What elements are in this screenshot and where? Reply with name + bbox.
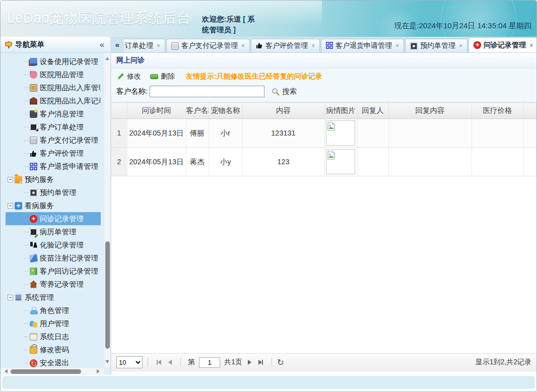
tab-close-icon[interactable]: × [157, 43, 160, 49]
scroll-right-arrow-icon[interactable] [97, 369, 100, 373]
col-replier[interactable]: 回复人 [357, 103, 388, 119]
record-summary: 显示1到2,共2记录 [476, 358, 531, 367]
page-size-select[interactable]: 10 [116, 356, 143, 368]
people-icon [30, 320, 37, 328]
green-book-icon [30, 268, 37, 275]
prev-page-button[interactable] [164, 357, 175, 368]
customer-name-input[interactable] [150, 86, 264, 97]
person-icon [30, 307, 37, 314]
sidebar-item-role-management[interactable]: 角色管理 [6, 304, 101, 317]
sidebar-horizontal-scrollbar[interactable] [1, 367, 104, 375]
sidebar-group-system-management[interactable]: 系统管理 [6, 291, 101, 304]
sidebar-item-supplies-inout[interactable]: 医院用品出入库管理 [6, 81, 101, 94]
tab-close-icon[interactable]: × [241, 43, 245, 49]
sidebar-item-safe-exit[interactable]: 安全退出 [6, 356, 101, 367]
signpost-icon [5, 41, 13, 49]
sidebar-item-hospital-supplies[interactable]: 医院用品管理 [6, 68, 101, 81]
sidebar-item-vaccine-records[interactable]: 疫苗注射记录管理 [6, 251, 101, 265]
magnifier-icon [272, 88, 280, 96]
search-button[interactable]: 搜索 [272, 87, 297, 96]
delete-button[interactable]: 删除 [150, 72, 175, 81]
tab-consultation-records[interactable]: 问诊记录管理× [468, 37, 536, 52]
col-price[interactable]: 医疗价格 [472, 103, 523, 119]
tab-payment-records[interactable]: 客户支付记录管理× [166, 39, 250, 52]
collapse-toggle-icon[interactable] [8, 295, 13, 300]
toolbar: 修改 删除 友情提示:只能修改医生已经答复的问诊记录 [111, 69, 536, 84]
main-area: « 订单处理× 客户支付记录管理× 客户评价管理× 客户退货申请管理× 预约单管… [111, 37, 536, 375]
sidebar-item-user-management[interactable]: 用户管理 [6, 317, 101, 330]
pencil-icon [116, 73, 124, 81]
sidebar-item-customer-reviews[interactable]: 客户评价管理 [6, 147, 101, 160]
sidebar-item-consultation-records[interactable]: 问诊记录管理 [6, 212, 101, 225]
tab-close-icon[interactable]: × [459, 43, 462, 49]
sidebar-group-treatment-service[interactable]: 看病服务 [6, 199, 101, 212]
col-pet-name[interactable]: 宠物名称 [209, 103, 242, 119]
flask-pink-icon [30, 71, 37, 79]
payment-icon [171, 42, 179, 50]
col-condition-image[interactable]: 病情图片 [324, 103, 357, 119]
horizontal-scroll-thumb[interactable] [11, 369, 81, 374]
sidebar-item-customer-orders[interactable]: 客户订单处理 [6, 120, 101, 134]
sidebar-item-change-password[interactable]: 修改密码 [6, 343, 101, 356]
sidebar-item-payment-records[interactable]: 客户支付记录管理 [6, 134, 101, 147]
condition-image-broken [326, 149, 355, 174]
edit-button[interactable]: 修改 [116, 72, 141, 81]
sidebar-item-boarding-records[interactable]: 寄养记录管理 [6, 278, 101, 291]
first-page-button[interactable] [153, 357, 164, 368]
scroll-down-arrow-icon[interactable] [105, 360, 109, 363]
lab-icon [30, 241, 37, 249]
sidebar-item-device-usage[interactable]: 设备使用记录管理 [6, 55, 101, 68]
appointment-icon [30, 189, 37, 197]
sidebar-item-return-requests[interactable]: 客户退货申请管理 [6, 160, 101, 173]
tab-customer-reviews[interactable]: 客户评价管理× [251, 39, 320, 52]
red-plus-icon [30, 215, 37, 223]
collapse-toggle-icon[interactable] [8, 203, 13, 209]
sidebar-item-supplies-records[interactable]: 医院用品出入库记录 [6, 94, 101, 107]
tab-order-processing[interactable]: 订单处理× [124, 39, 165, 52]
tab-return-requests[interactable]: 客户退货申请管理× [321, 39, 404, 52]
delete-icon [150, 74, 158, 79]
col-content[interactable]: 内容 [242, 103, 324, 119]
monitor-gray-icon [15, 294, 22, 301]
appointment-icon [410, 42, 418, 50]
table-row[interactable]: 1 2024年05月13日 傅丽 小r 123131 [111, 119, 536, 148]
laptop-message-icon [30, 110, 37, 118]
tab-close-icon[interactable]: × [311, 43, 315, 49]
col-rownum[interactable] [111, 103, 127, 119]
box-icon [30, 84, 37, 92]
condition-image-broken [326, 120, 355, 146]
sidebar-item-system-log[interactable]: 系统日志 [6, 330, 101, 343]
scroll-left-arrow-icon[interactable] [5, 369, 8, 373]
last-page-button[interactable] [255, 357, 266, 368]
first-page-icon [158, 360, 161, 365]
page-number-input[interactable] [199, 357, 220, 368]
col-customer-name[interactable]: 客户名称 [186, 103, 209, 119]
sidebar-vertical-scrollbar[interactable] [104, 53, 110, 367]
sidebar-item-medical-records[interactable]: 病历单管理 [6, 225, 101, 238]
col-consult-time[interactable]: 问诊时间 [127, 103, 186, 119]
search-row: 客户名称: 搜索 [111, 84, 536, 102]
collapse-toggle-icon[interactable] [8, 177, 13, 182]
sidebar-item-followup-records[interactable]: 客户回访记录管理 [6, 265, 101, 278]
grid-icon [326, 42, 333, 50]
syringe-icon [29, 253, 38, 262]
col-reply-content[interactable]: 回复内容 [388, 103, 472, 119]
scroll-up-arrow-icon[interactable] [105, 57, 109, 60]
vertical-scroll-thumb[interactable] [105, 241, 110, 348]
sidebar-header: 导航菜单 « [1, 37, 110, 53]
sidebar-collapse-button[interactable]: « [98, 40, 106, 49]
refresh-icon[interactable]: ↻ [277, 358, 284, 367]
sidebar-item-lab-records[interactable]: 化验记录管理 [6, 238, 101, 251]
sidebar-item-appointment-orders[interactable]: 预约单管理 [6, 186, 101, 199]
folder-star-icon [15, 176, 22, 183]
tab-close-icon[interactable]: × [395, 43, 399, 49]
next-page-button[interactable] [244, 357, 255, 368]
table-row[interactable]: 2 2024年05月13日 蒋杰 小y 123 [111, 148, 536, 176]
tabs-scroll-left-button[interactable]: « [111, 37, 123, 53]
sidebar-item-customer-messages[interactable]: 客户消息管理 [6, 107, 101, 120]
sidebar-group-appointment-service[interactable]: 预约服务 [6, 173, 101, 186]
thumbs-up-icon [30, 150, 37, 157]
next-page-icon [248, 360, 251, 365]
tab-appointment-orders[interactable]: 预约单管理× [405, 39, 467, 52]
tab-close-icon[interactable]: × [529, 42, 533, 48]
